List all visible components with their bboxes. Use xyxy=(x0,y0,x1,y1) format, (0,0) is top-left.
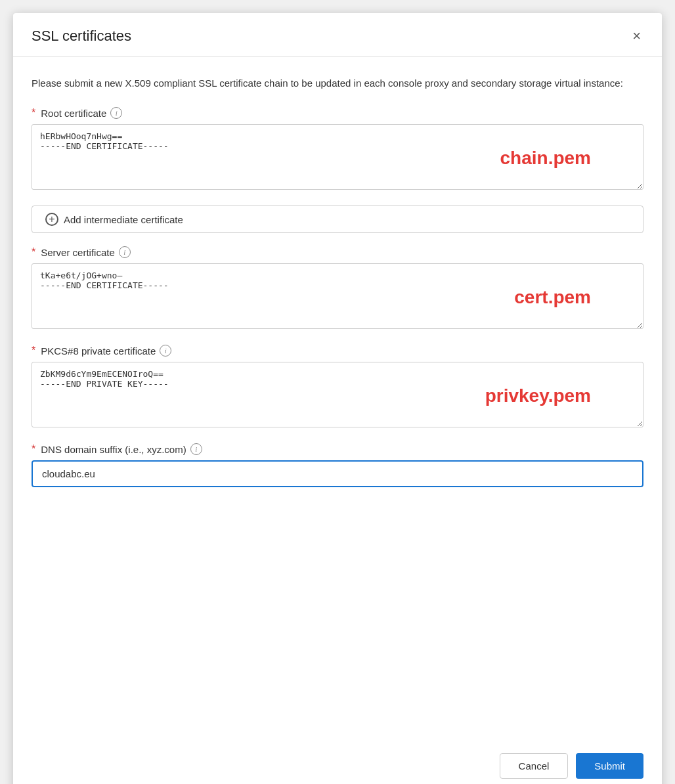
dialog-header: SSL certificates × xyxy=(13,13,662,57)
dns-domain-label: * DNS domain suffix (i.e., xyz.com) i xyxy=(32,443,643,455)
root-certificate-textarea[interactable] xyxy=(32,124,643,190)
root-certificate-label: * Root certificate i xyxy=(32,107,643,119)
dns-domain-input[interactable] xyxy=(32,460,643,487)
root-certificate-wrapper: chain.pem xyxy=(32,124,643,192)
close-button[interactable]: × xyxy=(630,26,643,46)
required-star-pkcs8: * xyxy=(32,345,35,357)
submit-button[interactable]: Submit xyxy=(576,753,643,779)
dns-domain-info-icon[interactable]: i xyxy=(190,443,202,455)
required-star-dns: * xyxy=(32,443,35,455)
pkcs8-certificate-label: * PKCS#8 private certificate i xyxy=(32,345,643,357)
dialog-description: Please submit a new X.509 compliant SSL … xyxy=(32,76,643,91)
dns-domain-label-text: DNS domain suffix (i.e., xyz.com) xyxy=(41,444,186,455)
add-intermediate-button[interactable]: + Add intermediate certificate xyxy=(32,206,643,233)
pkcs8-certificate-wrapper: privkey.pem xyxy=(32,362,643,430)
server-certificate-label-text: Server certificate xyxy=(41,247,115,258)
pkcs8-certificate-group: * PKCS#8 private certificate i privkey.p… xyxy=(32,345,643,430)
dialog-title: SSL certificates xyxy=(32,28,131,45)
required-star-server: * xyxy=(32,246,35,258)
required-star: * xyxy=(32,107,35,119)
ssl-certificates-dialog: SSL certificates × Please submit a new X… xyxy=(13,13,662,784)
dialog-body: Please submit a new X.509 compliant SSL … xyxy=(13,57,662,743)
pkcs8-certificate-label-text: PKCS#8 private certificate xyxy=(41,345,156,357)
server-certificate-label: * Server certificate i xyxy=(32,246,643,258)
server-certificate-textarea[interactable] xyxy=(32,263,643,329)
root-certificate-group: * Root certificate i chain.pem xyxy=(32,107,643,192)
server-certificate-wrapper: cert.pem xyxy=(32,263,643,332)
dns-domain-group: * DNS domain suffix (i.e., xyz.com) i xyxy=(32,443,643,487)
server-certificate-group: * Server certificate i cert.pem xyxy=(32,246,643,332)
pkcs8-certificate-textarea[interactable] xyxy=(32,362,643,427)
cancel-button[interactable]: Cancel xyxy=(500,753,569,779)
dialog-footer: Cancel Submit xyxy=(13,743,662,784)
root-certificate-info-icon[interactable]: i xyxy=(110,107,122,119)
add-intermediate-label: Add intermediate certificate xyxy=(64,214,183,225)
plus-circle-icon: + xyxy=(45,213,58,226)
server-certificate-info-icon[interactable]: i xyxy=(119,246,131,258)
root-certificate-label-text: Root certificate xyxy=(41,108,106,119)
pkcs8-certificate-info-icon[interactable]: i xyxy=(160,345,171,357)
